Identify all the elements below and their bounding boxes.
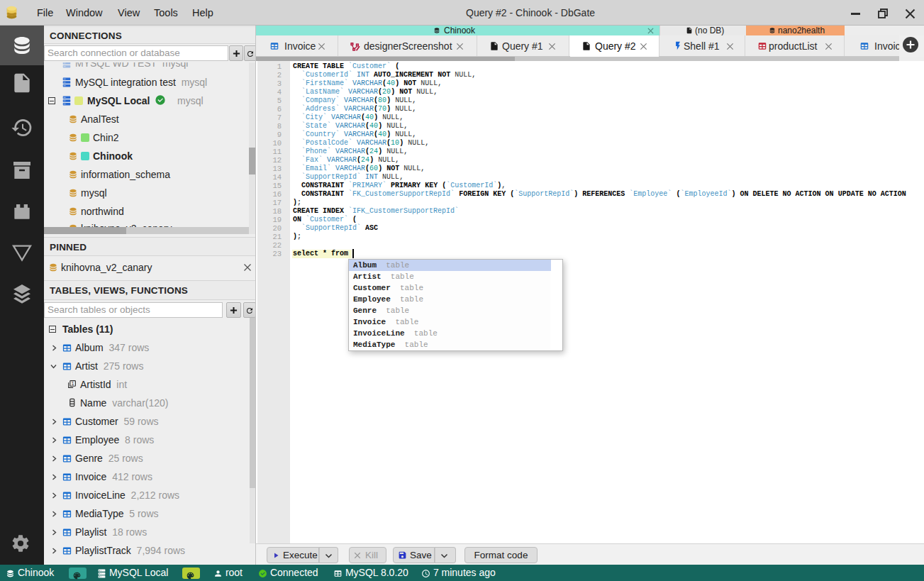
svg-text:1: 1: [72, 381, 74, 386]
